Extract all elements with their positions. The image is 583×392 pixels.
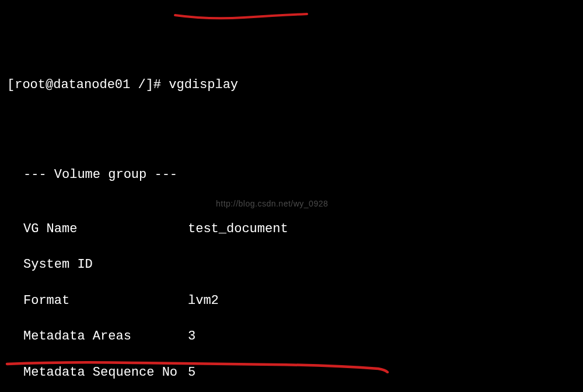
- metadata-areas-label: Metadata Areas: [7, 328, 188, 346]
- vg-name-label: VG Name: [7, 220, 188, 239]
- volume-group-header: --- Volume group ---: [7, 166, 576, 184]
- system-id-row: System ID: [7, 256, 576, 274]
- format-value: lvm2: [188, 292, 219, 310]
- vg-name-value: test_document: [188, 220, 288, 239]
- watermark-text: http://blog.csdn.net/wy_0928: [216, 198, 328, 210]
- metadata-seq-row: Metadata Sequence No5: [7, 364, 576, 382]
- vg-name-row: VG Nametest_document: [7, 220, 576, 239]
- command-text: vgdisplay: [169, 76, 238, 94]
- format-row: Formatlvm2: [7, 292, 576, 310]
- metadata-areas-value: 3: [188, 328, 196, 346]
- format-label: Format: [7, 292, 188, 310]
- system-id-label: System ID: [7, 256, 188, 274]
- shell-prompt: [root@datanode01 /]#: [7, 76, 169, 94]
- annotation-underline-command: [174, 13, 308, 22]
- metadata-seq-label: Metadata Sequence No: [7, 364, 188, 382]
- metadata-seq-value: 5: [188, 364, 196, 382]
- command-prompt-line: [root@datanode01 /]# vgdisplay: [7, 76, 576, 94]
- metadata-areas-row: Metadata Areas3: [7, 328, 576, 346]
